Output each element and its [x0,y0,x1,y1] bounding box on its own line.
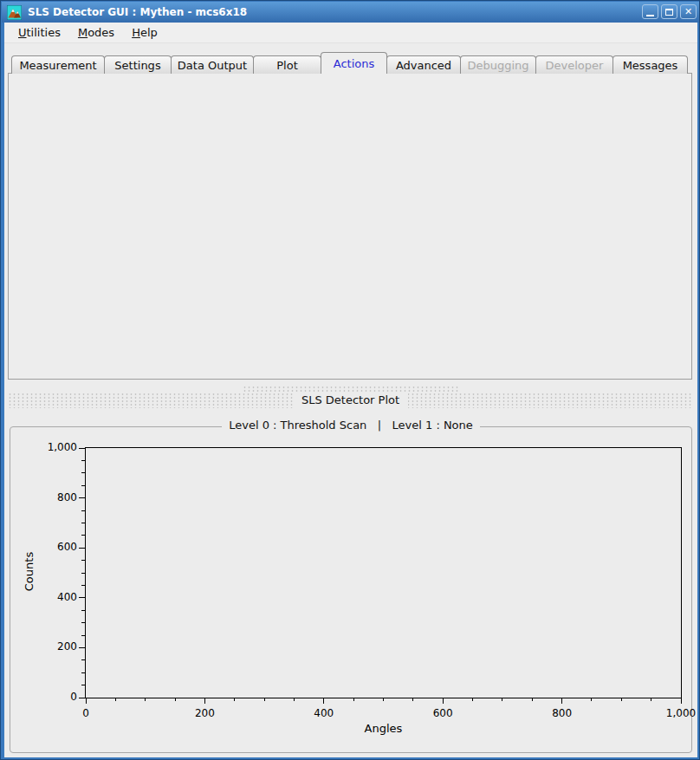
tab-messages[interactable]: Messages [612,55,688,74]
x-tick [234,698,235,701]
menu-item-utilities[interactable]: Utilities [10,24,69,41]
maximize-button[interactable] [661,4,677,19]
y-tick [79,448,85,449]
y-tick [81,622,85,623]
x-tick [502,698,502,701]
x-tick-label: 0 [60,707,112,719]
y-tick-label: 400 [32,591,77,603]
x-tick [204,698,205,704]
x-tick [264,698,265,701]
y-tick [81,472,85,473]
x-tick [561,698,562,704]
y-tick [81,672,85,673]
y-tick-label: 800 [32,491,77,503]
x-tick [651,698,651,701]
y-tick [79,597,85,598]
maximize-icon [665,9,673,16]
tab-plot[interactable]: Plot [253,55,321,74]
x-tick-label: 800 [536,707,588,719]
mountain-logo-icon [7,5,22,20]
window-title: SLS Detector GUI : Mythen - mcs6x18 [28,6,247,18]
y-tick [81,573,85,574]
y-tick [81,485,85,486]
y-tick [81,535,85,536]
y-tick [81,560,85,561]
plot-dock-title: SLS Detector Plot [293,393,408,408]
x-axis-label: Angles [332,722,436,735]
plot-axes: 02004006008001,00002004006008001,000Angl… [85,447,682,698]
y-tick-label: 0 [32,691,77,703]
close-icon: ✕ [684,7,692,16]
tab-developer: Developer [535,55,613,74]
x-tick-label: 600 [417,707,469,719]
y-axis-label: Counts [23,520,36,624]
y-tick [79,497,85,498]
y-tick-label: 200 [32,640,77,653]
titlebar[interactable]: SLS Detector GUI : Mythen - mcs6x18 ✕ [2,2,699,23]
y-tick [79,548,85,549]
x-tick [472,698,473,701]
y-tick [81,585,85,586]
y-tick [81,659,85,660]
y-tick [81,610,85,611]
y-tick [81,685,85,685]
x-tick [145,698,146,701]
x-tick [294,698,295,701]
tab-data-output[interactable]: Data Output [171,55,254,74]
x-tick [175,698,176,701]
y-tick [81,523,85,523]
splitter-handle[interactable] [243,386,459,392]
tab-advanced[interactable]: Advanced [386,55,461,74]
y-tick-label: 1,000 [32,441,77,453]
y-tick-label: 600 [32,541,77,553]
y-tick [81,460,85,461]
menubar: Utilities Modes Help [4,23,697,43]
menu-item-help[interactable]: Help [123,24,166,41]
x-tick [383,698,384,701]
y-tick [81,635,85,636]
y-tick [79,698,85,698]
x-tick [353,698,354,701]
x-tick [443,698,444,704]
tab-measurement[interactable]: Measurement [11,55,105,74]
y-tick [81,510,85,511]
x-tick [621,698,622,701]
tab-actions[interactable]: Actions [321,52,387,74]
app-window: SLS Detector GUI : Mythen - mcs6x18 ✕ Ut… [0,0,700,760]
tab-bar: Measurement Settings Data Output Plot Ac… [12,52,688,74]
tab-debugging: Debugging [460,55,536,74]
minimize-icon [646,15,654,16]
tab-settings[interactable]: Settings [104,55,172,74]
close-button[interactable]: ✕ [680,4,697,19]
x-tick [681,698,682,704]
x-tick [323,698,324,704]
x-tick-label: 1,000 [655,707,700,719]
x-tick [412,698,413,701]
minimize-button[interactable] [642,4,658,19]
actions-panel [8,73,692,380]
x-tick [591,698,592,701]
x-tick [115,698,116,701]
x-tick-label: 200 [178,707,230,719]
x-tick [86,698,87,704]
menu-item-modes[interactable]: Modes [69,24,123,41]
y-tick [79,647,85,648]
x-tick [532,698,533,701]
x-tick-label: 400 [298,707,350,719]
plot-dock-titlebar[interactable]: SLS Detector Plot [8,393,693,408]
